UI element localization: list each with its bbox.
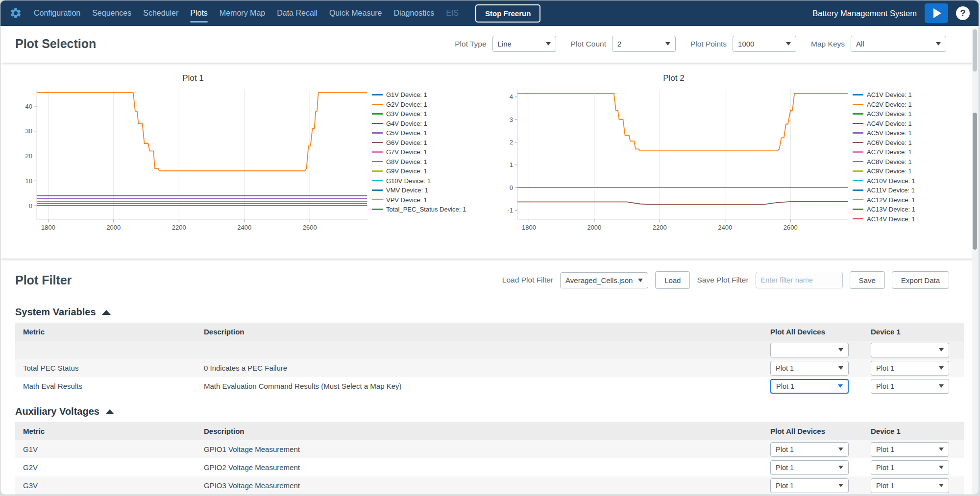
plot-points-select-value: 1000: [738, 40, 754, 48]
legend-line-swatch: [853, 189, 863, 191]
legend-line-swatch: [853, 180, 863, 182]
plot-selection-bar: Plot Selection Plot TypeLinePlot Count2P…: [0, 26, 979, 63]
svg-text:2600: 2600: [303, 224, 317, 231]
legend-line-swatch: [853, 199, 863, 201]
section-system-variables: System VariablesMetricDescriptionPlot Al…: [15, 307, 964, 395]
control-group-plot-points: Plot Points1000: [690, 36, 796, 52]
save-button[interactable]: Save: [850, 271, 885, 289]
filter-name-input[interactable]: [756, 272, 843, 288]
device-1-select[interactable]: Plot 1: [871, 478, 949, 493]
nav-item-quick-measure[interactable]: Quick Measure: [323, 0, 388, 26]
device-1-select[interactable]: Plot 1: [871, 442, 949, 457]
nav-item-scheduler[interactable]: Scheduler: [137, 0, 184, 26]
filter-sections: System VariablesMetricDescriptionPlot Al…: [0, 307, 979, 495]
table-filter-row: [15, 341, 964, 359]
nav-item-diagnostics[interactable]: Diagnostics: [388, 0, 441, 26]
device-1-select-value: Plot 1: [876, 446, 894, 453]
plot-all-devices-select[interactable]: Plot 1: [770, 460, 849, 475]
legend-line-swatch: [853, 132, 863, 134]
plot-count-select-value: 2: [617, 40, 621, 48]
legend-line-swatch: [372, 132, 383, 134]
device-1-select[interactable]: Plot 1: [871, 379, 949, 394]
section-header-auxiliary-voltages[interactable]: Auxiliary Voltages: [15, 406, 964, 417]
collapse-up-icon[interactable]: [102, 310, 111, 315]
svg-text:0: 0: [510, 184, 513, 191]
run-play-button[interactable]: [925, 3, 948, 23]
chevron-down-icon: [936, 42, 941, 46]
plot-points-label: Plot Points: [690, 40, 727, 48]
legend-label: G3V Device: 1: [386, 110, 427, 118]
plot-count-select[interactable]: 2: [612, 36, 676, 52]
device-1-select[interactable]: Plot 1: [871, 460, 949, 475]
legend-item: G5V Device: 1: [372, 129, 466, 137]
chart-title: Plot 2: [495, 73, 853, 83]
collapse-up-icon[interactable]: [105, 409, 114, 414]
legend-item: G9V Device: 1: [372, 167, 466, 175]
description-cell: 0 Indicates a PEC Failure: [204, 364, 770, 372]
plot-filter-controls: Load Plot Filter Averaged_Cells.json Loa…: [502, 271, 949, 289]
app-title: Battery Management System: [812, 9, 917, 18]
svg-text:2200: 2200: [653, 224, 667, 231]
device-1-select[interactable]: Plot 1: [871, 361, 949, 376]
plot-all-devices-cell: Plot 1: [770, 460, 871, 475]
legend-item: G3V Device: 1: [372, 110, 466, 118]
legend-label: G6V Device: 1: [386, 139, 427, 146]
nav-item-plots[interactable]: Plots: [184, 0, 214, 26]
plot-all-devices-select[interactable]: Plot 1: [770, 379, 849, 394]
column-header-device-1: Device 1: [871, 328, 964, 336]
legend-item: AC8V Device: 1: [853, 158, 915, 165]
nav-item-configuration[interactable]: Configuration: [28, 0, 86, 26]
load-button[interactable]: Load: [655, 271, 690, 289]
legend-line-swatch: [372, 170, 383, 172]
legend-line-swatch: [853, 151, 863, 153]
legend-item: AC9V Device: 1: [853, 167, 915, 175]
nav-item-data-recall[interactable]: Data Recall: [271, 0, 323, 26]
legend-line-swatch: [372, 104, 383, 105]
legend-label: G10V Device: 1: [386, 177, 431, 185]
table-row-g1v: G1VGPIO1 Voltage MeasurementPlot 1Plot 1: [15, 440, 964, 458]
plot-all-devices-select[interactable]: [770, 343, 849, 357]
stop-freerun-button[interactable]: Stop Freerun: [475, 4, 540, 23]
plot-area: 18002000220024002600-101234: [495, 84, 853, 238]
nav-item-eis[interactable]: EIS: [440, 0, 465, 26]
svg-text:30: 30: [25, 127, 32, 135]
plot-all-devices-select-value: Plot 1: [776, 382, 794, 390]
map-keys-select[interactable]: All: [851, 36, 946, 52]
plot-type-select[interactable]: Line: [492, 36, 556, 52]
column-header-metric: Metric: [15, 427, 204, 435]
plot-all-devices-select[interactable]: Plot 1: [770, 361, 849, 376]
chevron-down-icon: [546, 42, 551, 46]
legend-item: AC14V Device: 1: [853, 215, 915, 223]
legend-line-swatch: [853, 170, 863, 172]
plot-all-devices-select[interactable]: Plot 1: [770, 478, 849, 493]
nav-item-sequences[interactable]: Sequences: [86, 0, 137, 26]
metrics-table: MetricDescriptionPlot All DevicesDevice …: [15, 323, 964, 395]
svg-text:1800: 1800: [41, 224, 55, 231]
svg-text:2600: 2600: [784, 224, 798, 231]
scrollbar-thumb-inner[interactable]: [973, 113, 977, 250]
plot-selection-title: Plot Selection: [15, 37, 96, 51]
settings-gear-icon[interactable]: [9, 7, 22, 20]
control-group-plot-type: Plot TypeLine: [455, 36, 556, 52]
description-cell: GPIO3 Voltage Measurement: [204, 481, 770, 490]
load-filter-select[interactable]: Averaged_Cells.json: [560, 272, 648, 288]
device-1-select[interactable]: [871, 343, 949, 357]
chart-title: Plot 1: [14, 73, 372, 83]
chevron-down-icon: [665, 42, 670, 46]
legend-label: G5V Device: 1: [386, 129, 427, 137]
section-header-system-variables[interactable]: System Variables: [15, 307, 964, 318]
load-filter-label: Load Plot Filter: [502, 276, 553, 284]
plot-points-select[interactable]: 1000: [733, 36, 796, 52]
nav-right: Battery Management System ?: [812, 3, 970, 23]
svg-text:1: 1: [510, 161, 513, 168]
help-icon[interactable]: ?: [956, 6, 970, 20]
vertical-scrollbar[interactable]: [972, 26, 978, 494]
chevron-down-icon: [939, 466, 944, 469]
export-data-button[interactable]: Export Data: [892, 271, 949, 289]
plot-all-devices-select[interactable]: Plot 1: [770, 442, 849, 457]
chevron-down-icon: [939, 348, 944, 352]
map-keys-select-value: All: [856, 40, 864, 48]
legend-item: G10V Device: 1: [372, 177, 466, 185]
nav-item-memory-map[interactable]: Memory Map: [214, 0, 271, 26]
scrollbar-thumb[interactable]: [973, 29, 977, 71]
